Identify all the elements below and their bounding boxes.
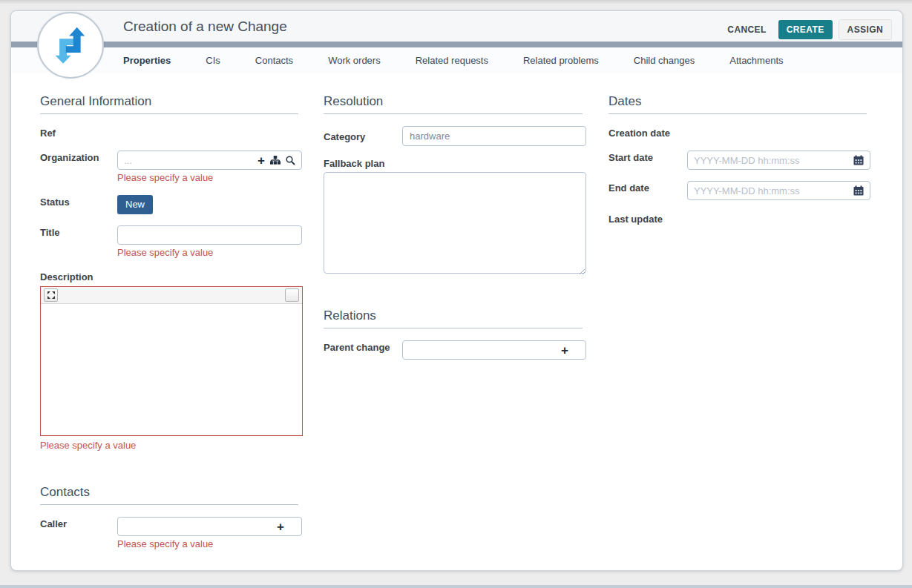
field-label-start-date: Start date — [608, 152, 653, 163]
add-caller-icon[interactable]: + — [277, 521, 284, 533]
hierarchy-icon[interactable] — [270, 156, 281, 165]
add-parent-change-icon[interactable]: + — [561, 344, 568, 357]
end-date-buttons — [853, 185, 870, 196]
field-label-title: Title — [40, 227, 60, 238]
field-label-status: Status — [40, 196, 70, 208]
section-title-resolution: Resolution — [324, 93, 583, 114]
field-label-creation-date: Creation date — [608, 128, 670, 139]
caller-field[interactable]: + — [117, 517, 302, 536]
description-editor[interactable] — [40, 286, 303, 436]
tab-cis[interactable]: CIs — [206, 55, 220, 66]
tab-strip: Properties CIs Contacts Work orders Rela… — [11, 47, 902, 73]
section-title-dates: Dates — [608, 93, 867, 114]
end-date-field[interactable] — [687, 181, 870, 200]
two-arrows-icon — [47, 22, 94, 68]
form-header: Creation of a new Change CANCEL CREATE A… — [11, 11, 902, 43]
field-label-description: Description — [40, 271, 94, 283]
tab-contacts[interactable]: Contacts — [255, 55, 293, 66]
maximize-icon[interactable] — [44, 288, 58, 302]
toolbar-collapse-icon[interactable] — [285, 288, 299, 302]
title-field[interactable] — [117, 225, 302, 245]
calendar-icon[interactable] — [853, 155, 864, 165]
page-title: Creation of a new Change — [123, 19, 287, 35]
start-date-field[interactable] — [687, 151, 870, 170]
parent-change-field[interactable]: + — [402, 340, 586, 360]
category-select[interactable]: hardware — [402, 126, 586, 146]
parent-change-field-buttons: + — [561, 344, 585, 357]
tab-related-problems[interactable]: Related problems — [523, 55, 599, 66]
validation-error-caller: Please specify a value — [117, 538, 213, 549]
category-select-value: hardware — [403, 131, 573, 142]
cancel-button[interactable]: CANCEL — [721, 20, 772, 39]
tab-related-requests[interactable]: Related requests — [416, 55, 488, 66]
caller-input[interactable] — [118, 521, 277, 532]
section-title-contacts: Contacts — [40, 484, 298, 505]
description-editor-body[interactable] — [41, 304, 302, 436]
header-actions: CANCEL CREATE ASSIGN — [721, 19, 892, 40]
tab-child-changes[interactable]: Child changes — [634, 55, 695, 66]
caller-field-buttons: + — [277, 521, 301, 533]
tab-attachments[interactable]: Attachments — [729, 55, 783, 66]
tab-bar-accent — [11, 42, 902, 47]
calendar-icon[interactable] — [853, 185, 864, 196]
tab-work-orders[interactable]: Work orders — [328, 55, 381, 66]
status-badge: New — [117, 195, 153, 214]
validation-error-description: Please specify a value — [40, 440, 136, 451]
change-creation-form: Creation of a new Change CANCEL CREATE A… — [10, 10, 903, 571]
parent-change-input[interactable] — [403, 345, 561, 356]
field-label-last-update: Last update — [608, 214, 663, 225]
organization-field[interactable]: + — [117, 151, 302, 170]
field-label-ref: Ref — [40, 128, 56, 139]
organization-input[interactable] — [118, 155, 257, 166]
assign-button[interactable]: ASSIGN — [839, 19, 892, 40]
search-icon[interactable] — [286, 156, 295, 165]
field-label-category: Category — [324, 131, 365, 142]
field-label-caller: Caller — [40, 518, 67, 529]
tab-properties[interactable]: Properties — [123, 55, 171, 66]
field-label-organization: Organization — [40, 152, 99, 163]
change-class-icon — [37, 12, 104, 79]
title-input[interactable] — [118, 230, 301, 241]
validation-error-organization: Please specify a value — [117, 172, 213, 183]
section-title-general-information: General Information — [40, 93, 298, 114]
validation-error-title: Please specify a value — [117, 247, 213, 258]
field-label-end-date: End date — [608, 182, 649, 194]
start-date-buttons — [853, 155, 870, 165]
add-organization-icon[interactable]: + — [257, 154, 265, 167]
section-title-relations: Relations — [324, 308, 583, 328]
field-label-fallback-plan: Fallback plan — [324, 158, 384, 169]
create-button[interactable]: CREATE — [778, 20, 833, 39]
start-date-input[interactable] — [688, 155, 853, 166]
fallback-plan-textarea[interactable] — [324, 172, 586, 274]
organization-field-buttons: + — [257, 154, 301, 167]
end-date-input[interactable] — [688, 185, 853, 196]
description-editor-toolbar — [41, 287, 302, 304]
resize-handle[interactable] — [578, 265, 585, 272]
field-label-parent-change: Parent change — [324, 342, 390, 353]
